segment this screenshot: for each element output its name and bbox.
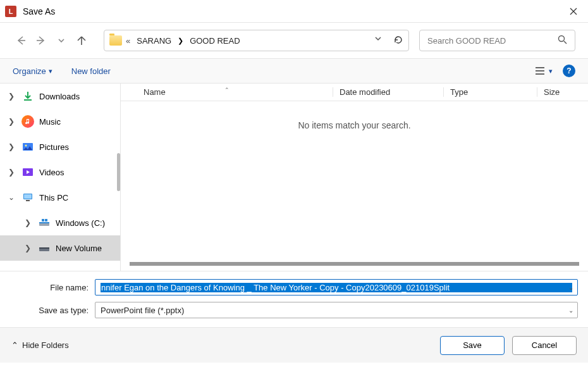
chevron-down-icon: ▾ bbox=[549, 67, 553, 75]
file-list-area: ⌃ Name Date modified Type Size No items … bbox=[120, 84, 588, 271]
sidebar-item-label: Pictures bbox=[39, 142, 120, 152]
view-options-button[interactable]: ▾ bbox=[535, 66, 553, 75]
sidebar-item-label: Music bbox=[39, 117, 120, 127]
svg-rect-9 bbox=[42, 219, 44, 221]
sidebar-scrollbar[interactable] bbox=[117, 153, 120, 191]
footer: ⌃ Hide Folders Save Cancel bbox=[0, 327, 588, 363]
search-placeholder: Search GOOD READ bbox=[427, 36, 558, 46]
address-bar[interactable]: « SARANG ❯ GOOD READ bbox=[104, 30, 409, 51]
column-header-date[interactable]: Date modified bbox=[333, 87, 443, 97]
filename-value: nnifer Egan on the Dangers of Knowing _ … bbox=[101, 283, 572, 292]
saveastype-label: Save as type: bbox=[0, 306, 95, 315]
sidebar-item-label: This PC bbox=[39, 193, 120, 202]
drive-icon bbox=[38, 242, 51, 254]
column-header-size[interactable]: Size bbox=[537, 87, 588, 97]
close-button[interactable] bbox=[559, 0, 588, 23]
expand-toggle[interactable]: ❯ bbox=[6, 168, 16, 177]
organize-menu[interactable]: Organize ▾ bbox=[13, 66, 52, 76]
collapse-toggle[interactable]: ⌄ bbox=[6, 193, 16, 202]
filename-label: File name: bbox=[0, 283, 95, 292]
arrow-up-icon bbox=[76, 35, 87, 46]
sidebar: ❯ Downloads ❯ Music ❯ Pictures ❯ Videos … bbox=[0, 84, 120, 271]
svg-point-2 bbox=[25, 145, 27, 147]
chevron-down-icon bbox=[374, 35, 382, 42]
cancel-button[interactable]: Cancel bbox=[512, 336, 577, 355]
sidebar-item-label: Downloads bbox=[39, 92, 120, 101]
saveastype-value: PowerPoint file (*.pptx) bbox=[101, 306, 572, 315]
address-dropdown[interactable] bbox=[374, 35, 382, 47]
svg-rect-10 bbox=[45, 219, 47, 221]
sidebar-item-videos[interactable]: ❯ Videos bbox=[0, 159, 120, 185]
recent-locations-button[interactable] bbox=[53, 32, 70, 49]
nav-bar: « SARANG ❯ GOOD READ Search GOOD READ bbox=[0, 23, 588, 58]
this-pc-icon bbox=[21, 191, 34, 204]
path-overflow: « bbox=[126, 36, 130, 46]
search-input[interactable]: Search GOOD READ bbox=[419, 30, 575, 51]
save-fields: File name: nnifer Egan on the Dangers of… bbox=[0, 271, 588, 327]
filename-dropdown[interactable]: ⌄ bbox=[568, 284, 573, 291]
drive-icon bbox=[38, 216, 51, 229]
list-view-icon bbox=[535, 66, 545, 75]
breadcrumb[interactable]: GOOD READ bbox=[187, 36, 242, 46]
expand-toggle[interactable]: ❯ bbox=[23, 244, 33, 252]
svg-rect-8 bbox=[39, 222, 49, 223]
help-button[interactable]: ? bbox=[563, 65, 575, 77]
filename-input[interactable]: nnifer Egan on the Dangers of Knowing _ … bbox=[95, 279, 578, 295]
svg-point-0 bbox=[559, 36, 565, 42]
close-icon bbox=[570, 8, 577, 15]
refresh-button[interactable] bbox=[393, 35, 403, 47]
sidebar-item-label: Videos bbox=[39, 168, 120, 177]
column-header-name[interactable]: ⌃ Name bbox=[121, 87, 333, 97]
expand-toggle[interactable]: ❯ bbox=[6, 117, 16, 126]
chevron-up-icon: ⌃ bbox=[11, 340, 18, 350]
horizontal-scrollbar[interactable] bbox=[130, 262, 579, 266]
window-title: Save As bbox=[23, 6, 55, 16]
hide-folders-label: Hide Folders bbox=[22, 340, 69, 350]
sidebar-item-label: Windows (C:) bbox=[56, 218, 120, 228]
chevron-right-icon: ❯ bbox=[178, 37, 183, 45]
sidebar-item-label: New Volume bbox=[56, 244, 120, 253]
svg-rect-6 bbox=[26, 200, 30, 201]
sidebar-item-downloads[interactable]: ❯ Downloads bbox=[0, 84, 120, 109]
breadcrumb[interactable]: SARANG bbox=[134, 36, 174, 46]
empty-list-message: No items match your search. bbox=[121, 120, 588, 130]
hide-folders-button[interactable]: ⌃ Hide Folders bbox=[11, 340, 69, 350]
chevron-down-icon bbox=[58, 37, 65, 44]
column-header-type[interactable]: Type bbox=[443, 87, 537, 97]
toolbar: Organize ▾ New folder ▾ ? bbox=[0, 58, 588, 84]
up-button[interactable] bbox=[73, 32, 90, 49]
videos-icon bbox=[21, 166, 34, 178]
expand-toggle[interactable]: ❯ bbox=[6, 92, 16, 101]
saveastype-dropdown[interactable]: ⌄ bbox=[568, 307, 573, 314]
column-label: Name bbox=[144, 87, 166, 97]
sidebar-item-windows-c[interactable]: ❯ Windows (C:) bbox=[0, 210, 120, 235]
refresh-icon bbox=[393, 35, 403, 45]
chevron-down-icon: ▾ bbox=[49, 67, 52, 75]
content-body: ❯ Downloads ❯ Music ❯ Pictures ❯ Videos … bbox=[0, 84, 588, 271]
expand-toggle[interactable]: ❯ bbox=[23, 218, 33, 227]
title-bar: L Save As bbox=[0, 0, 588, 23]
sidebar-item-this-pc[interactable]: ⌄ This PC bbox=[0, 185, 120, 210]
music-icon bbox=[21, 115, 34, 128]
back-button[interactable] bbox=[13, 32, 29, 49]
sidebar-item-music[interactable]: ❯ Music bbox=[0, 109, 120, 134]
sidebar-item-new-volume[interactable]: ❯ New Volume bbox=[0, 235, 120, 261]
app-icon: L bbox=[5, 6, 16, 17]
arrow-right-icon bbox=[35, 35, 47, 46]
downloads-icon bbox=[21, 90, 34, 103]
saveastype-select[interactable]: PowerPoint file (*.pptx) ⌄ bbox=[95, 302, 578, 318]
save-button[interactable]: Save bbox=[440, 336, 505, 355]
svg-rect-5 bbox=[24, 194, 32, 199]
svg-rect-12 bbox=[39, 247, 49, 249]
pictures-icon bbox=[21, 140, 34, 153]
new-folder-button[interactable]: New folder bbox=[71, 66, 111, 76]
arrow-left-icon bbox=[15, 35, 27, 46]
folder-icon bbox=[109, 35, 122, 46]
forward-button[interactable] bbox=[33, 32, 49, 49]
expand-toggle[interactable]: ❯ bbox=[6, 142, 16, 151]
organize-label: Organize bbox=[13, 66, 46, 76]
sidebar-item-pictures[interactable]: ❯ Pictures bbox=[0, 134, 120, 159]
sort-indicator-icon: ⌃ bbox=[224, 87, 230, 93]
column-headers: ⌃ Name Date modified Type Size bbox=[121, 84, 588, 101]
search-icon bbox=[558, 35, 567, 46]
